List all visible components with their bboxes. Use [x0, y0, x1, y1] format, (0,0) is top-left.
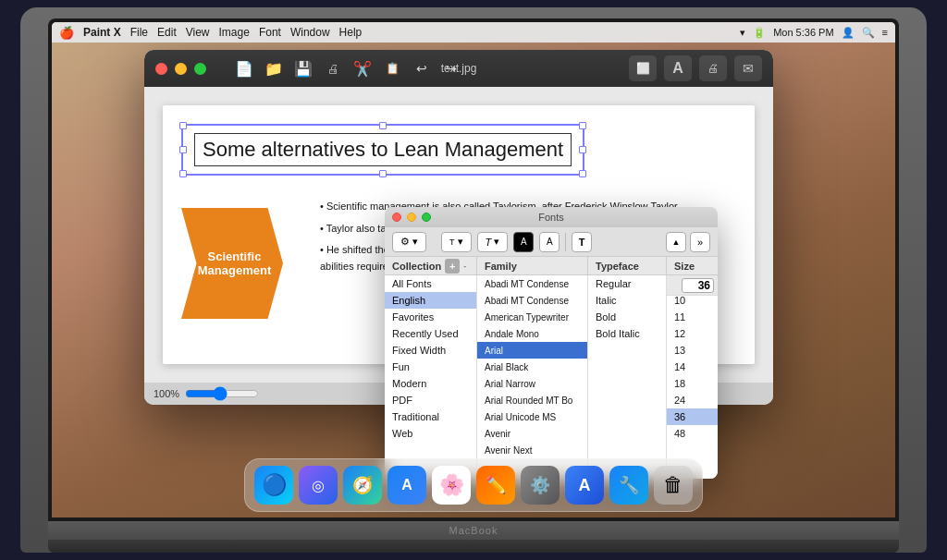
family-andale-mono[interactable]: Andale Mono: [477, 325, 587, 342]
dock-fontbook[interactable]: A: [565, 466, 604, 505]
size-11[interactable]: 11: [667, 309, 718, 325]
collection-modern[interactable]: Modern: [385, 375, 476, 392]
dock-trash[interactable]: 🗑: [654, 466, 693, 505]
save-icon[interactable]: 💾: [291, 56, 315, 80]
dock-appstore[interactable]: A: [387, 466, 426, 505]
handle-bm[interactable]: [379, 170, 387, 177]
menubar-search-icon[interactable]: 🔍: [862, 27, 875, 39]
font-icon[interactable]: A: [664, 55, 692, 81]
menubar-view[interactable]: View: [186, 26, 210, 39]
fonts-style-btn[interactable]: T ▾: [477, 232, 509, 252]
size-48[interactable]: 48: [667, 425, 718, 442]
fonts-close-button[interactable]: [392, 213, 401, 222]
resize-icon[interactable]: ⬜: [629, 55, 657, 81]
menubar-menu-icon[interactable]: ≡: [882, 27, 888, 38]
fonts-gear-icon: ⚙: [400, 236, 410, 248]
fonts-toolbar: ⚙ ▾ T ▾ T ▾ A A: [385, 227, 718, 257]
collection-favorites[interactable]: Favorites: [385, 309, 476, 325]
fonts-expand-btn[interactable]: »: [690, 232, 710, 252]
size-input[interactable]: [682, 278, 714, 293]
menubar-file[interactable]: File: [130, 26, 148, 39]
menubar-user-icon: 👤: [842, 27, 855, 39]
dock-configurator[interactable]: 🔧: [609, 466, 648, 505]
fonts-gear-btn[interactable]: ⚙ ▾: [392, 232, 426, 252]
toolbar-icons: 📄 📁 💾 🖨 ✂️ 📋 ↩ ↪: [232, 56, 463, 80]
handle-bl[interactable]: [179, 170, 187, 177]
family-arial-narrow[interactable]: Arial Narrow: [477, 375, 587, 392]
dock-siri[interactable]: ◎: [299, 466, 338, 505]
size-36[interactable]: 36: [667, 408, 718, 425]
print2-icon[interactable]: 🖨: [699, 55, 727, 81]
collection-recently-used[interactable]: Recently Used: [385, 325, 476, 342]
collection-add-btn[interactable]: +: [445, 259, 460, 274]
size-12[interactable]: 12: [667, 325, 718, 342]
fonts-up-btn[interactable]: ▲: [666, 232, 686, 252]
handle-tr[interactable]: [579, 122, 586, 129]
fonts-color-white-btn[interactable]: A: [539, 232, 560, 252]
handle-rm[interactable]: [579, 146, 586, 153]
typeface-regular[interactable]: Regular: [588, 275, 666, 292]
family-avenir-next[interactable]: Avenir Next: [477, 442, 587, 458]
fonts-text-btn[interactable]: T: [572, 232, 592, 252]
handle-tm[interactable]: [379, 122, 387, 129]
collection-pdf[interactable]: PDF: [385, 392, 476, 408]
handle-tl[interactable]: [179, 122, 187, 129]
print-icon[interactable]: 🖨: [321, 56, 345, 80]
collection-traditional[interactable]: Traditional: [385, 408, 476, 425]
apple-icon[interactable]: 🍎: [59, 26, 74, 40]
size-14[interactable]: 14: [667, 359, 718, 375]
new-doc-icon[interactable]: 📄: [232, 56, 256, 80]
menubar-image[interactable]: Image: [219, 26, 250, 39]
menubar-app-name[interactable]: Paint X: [83, 26, 121, 39]
collection-all-fonts[interactable]: All Fonts: [385, 275, 476, 292]
dock-finder[interactable]: 🔵: [254, 466, 293, 505]
menubar-window[interactable]: Window: [290, 26, 330, 39]
collection-fixed-width[interactable]: Fixed Width: [385, 342, 476, 359]
size-24[interactable]: 24: [667, 392, 718, 408]
family-arial[interactable]: Arial: [477, 342, 587, 359]
collection-web[interactable]: Web: [385, 425, 476, 442]
dock-paintx[interactable]: ✏️: [476, 466, 515, 505]
size-18[interactable]: 18: [667, 375, 718, 392]
family-abadi1[interactable]: Abadi MT Condense: [477, 275, 587, 292]
text-selection-box[interactable]: Some alternatives to Lean Management: [181, 124, 584, 176]
arrow-body: ScientificManagement: [181, 208, 283, 319]
size-13[interactable]: 13: [667, 342, 718, 359]
dock-sysprefs[interactable]: ⚙️: [521, 466, 560, 505]
handle-lm[interactable]: [179, 146, 187, 153]
family-avenir[interactable]: Avenir: [477, 425, 587, 442]
fonts-maximize-button[interactable]: [422, 213, 431, 222]
collection-fun[interactable]: Fun: [385, 359, 476, 375]
share-icon[interactable]: ✉: [734, 55, 762, 81]
minimize-button[interactable]: [175, 63, 187, 75]
undo-icon[interactable]: ↩: [410, 56, 434, 80]
zoom-slider[interactable]: [185, 389, 259, 398]
family-abadi2[interactable]: Abadi MT Condense: [477, 292, 587, 309]
family-arial-rounded[interactable]: Arial Rounded MT Bo: [477, 392, 587, 408]
close-button[interactable]: [155, 63, 167, 75]
paste-icon[interactable]: 📋: [380, 56, 404, 80]
cut-icon[interactable]: ✂️: [351, 56, 375, 80]
screen: 🍎 Paint X File Edit View Image Font Wind…: [52, 22, 895, 517]
collection-col-header: Collection + -: [385, 257, 477, 274]
fonts-size-arrow: ▾: [458, 236, 463, 248]
menubar-help[interactable]: Help: [339, 26, 363, 39]
dock-safari[interactable]: 🧭: [343, 466, 382, 505]
typeface-bold-italic[interactable]: Bold Italic: [588, 325, 666, 342]
typeface-italic[interactable]: Italic: [588, 292, 666, 309]
open-icon[interactable]: 📁: [262, 56, 286, 80]
window-titlebar: 📄 📁 💾 🖨 ✂️ 📋 ↩ ↪ text.jpg ⬜ A 🖨: [144, 50, 773, 87]
family-american-typewriter[interactable]: American Typewriter: [477, 309, 587, 325]
menubar-font[interactable]: Font: [259, 26, 281, 39]
handle-br[interactable]: [579, 170, 586, 177]
family-arial-black[interactable]: Arial Black: [477, 359, 587, 375]
menubar-edit[interactable]: Edit: [157, 26, 177, 39]
fonts-minimize-button[interactable]: [407, 213, 416, 222]
collection-english[interactable]: English: [385, 292, 476, 309]
fonts-color-black-btn[interactable]: A: [513, 232, 534, 252]
dock-photos[interactable]: 🌸: [432, 466, 471, 505]
typeface-bold[interactable]: Bold: [588, 309, 666, 325]
fonts-size-btn[interactable]: T ▾: [441, 232, 472, 252]
family-arial-unicode[interactable]: Arial Unicode MS: [477, 408, 587, 425]
maximize-button[interactable]: [194, 63, 206, 75]
